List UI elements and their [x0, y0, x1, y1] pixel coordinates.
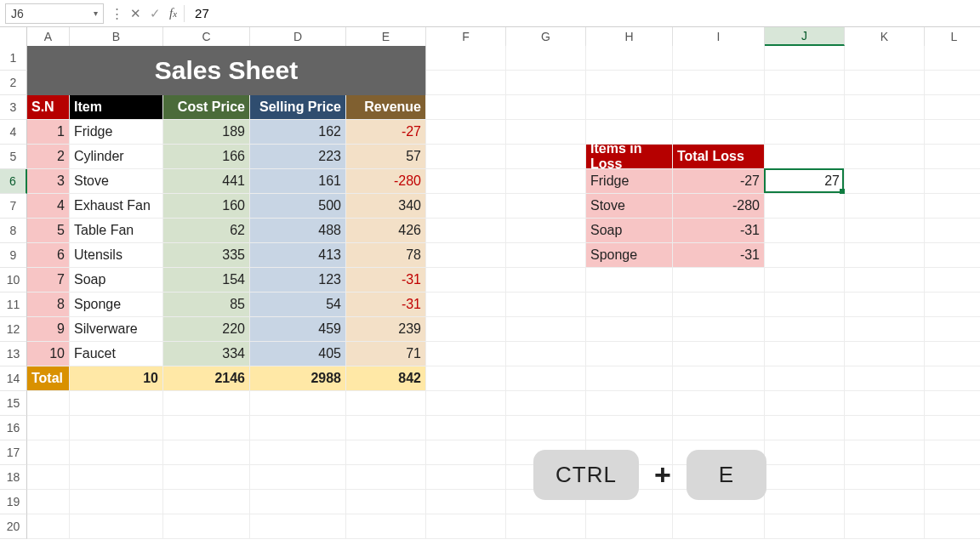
cell-K15[interactable]	[845, 391, 925, 416]
row-header-16[interactable]: 16	[0, 416, 27, 440]
cell-B15[interactable]	[70, 391, 163, 416]
cell-E16[interactable]	[346, 416, 426, 440]
cell-G6[interactable]	[506, 169, 586, 194]
cell-J4[interactable]	[765, 120, 845, 145]
cell-I2[interactable]	[673, 71, 765, 95]
cell-sn-7[interactable]: 4	[27, 194, 70, 219]
cell-rev-8[interactable]: 426	[346, 219, 426, 243]
cell-J18[interactable]	[765, 465, 845, 490]
cell-F19[interactable]	[426, 490, 506, 514]
cell-G16[interactable]	[506, 416, 586, 440]
cell-J6[interactable]: 27	[765, 169, 845, 194]
cell-D16[interactable]	[250, 416, 346, 440]
cell-E17[interactable]	[346, 440, 426, 465]
cell-K1[interactable]	[845, 46, 925, 71]
row-header-4[interactable]: 4	[0, 120, 27, 145]
cell-item-6[interactable]: Stove	[70, 169, 163, 194]
cell-D17[interactable]	[250, 440, 346, 465]
cell-H15[interactable]	[586, 391, 673, 416]
cell-J10[interactable]	[765, 268, 845, 293]
cell-K20[interactable]	[845, 514, 925, 539]
cell-sell-13[interactable]: 405	[250, 342, 346, 366]
column-header-I[interactable]: I	[673, 27, 765, 46]
row-header-5[interactable]: 5	[0, 145, 27, 169]
cell-K3[interactable]	[845, 95, 925, 120]
cell-L5[interactable]	[925, 145, 980, 169]
cell-K19[interactable]	[845, 490, 925, 514]
cell-rev-6[interactable]: -280	[346, 169, 426, 194]
cell-I14[interactable]	[673, 366, 765, 391]
cell-G15[interactable]	[506, 391, 586, 416]
cell-G9[interactable]	[506, 243, 586, 268]
cell-F8[interactable]	[426, 219, 506, 243]
cell-F1[interactable]	[426, 46, 506, 71]
enter-icon[interactable]: ✓	[150, 6, 161, 21]
cell-L3[interactable]	[925, 95, 980, 120]
cell-rev-4[interactable]: -27	[346, 120, 426, 145]
column-header-H[interactable]: H	[586, 27, 673, 46]
cell-K8[interactable]	[845, 219, 925, 243]
column-header-J[interactable]: J	[765, 27, 845, 46]
cell-sn-4[interactable]: 1	[27, 120, 70, 145]
header-rev[interactable]: Revenue	[346, 95, 426, 120]
cell-D15[interactable]	[250, 391, 346, 416]
cell-F2[interactable]	[426, 71, 506, 95]
cell-A16[interactable]	[27, 416, 70, 440]
cell-cost-6[interactable]: 441	[163, 169, 250, 194]
cell-J11[interactable]	[765, 293, 845, 317]
row-header-10[interactable]: 10	[0, 268, 27, 293]
cell-K9[interactable]	[845, 243, 925, 268]
loss-item-1[interactable]: Stove	[586, 194, 673, 219]
cell-sn-13[interactable]: 10	[27, 342, 70, 366]
cell-item-13[interactable]: Faucet	[70, 342, 163, 366]
cell-L10[interactable]	[925, 268, 980, 293]
select-all-corner[interactable]	[0, 27, 27, 46]
cell-I1[interactable]	[673, 46, 765, 71]
cell-K14[interactable]	[845, 366, 925, 391]
cancel-icon[interactable]: ✕	[130, 6, 141, 21]
cell-L12[interactable]	[925, 317, 980, 342]
cell-cost-7[interactable]: 160	[163, 194, 250, 219]
row-header-19[interactable]: 19	[0, 490, 27, 514]
cell-C16[interactable]	[163, 416, 250, 440]
cell-B19[interactable]	[70, 490, 163, 514]
row-header-17[interactable]: 17	[0, 440, 27, 465]
cell-F5[interactable]	[426, 145, 506, 169]
row-header-11[interactable]: 11	[0, 293, 27, 317]
cell-K7[interactable]	[845, 194, 925, 219]
cell-F14[interactable]	[426, 366, 506, 391]
row-header-6[interactable]: 6	[0, 169, 27, 194]
cell-rev-11[interactable]: -31	[346, 293, 426, 317]
column-header-G[interactable]: G	[506, 27, 586, 46]
column-header-E[interactable]: E	[346, 27, 426, 46]
cell-cost-4[interactable]: 189	[163, 120, 250, 145]
cell-F12[interactable]	[426, 317, 506, 342]
cell-K10[interactable]	[845, 268, 925, 293]
loss-item-0[interactable]: Fridge	[586, 169, 673, 194]
cell-H10[interactable]	[586, 268, 673, 293]
cell-F7[interactable]	[426, 194, 506, 219]
cell-J17[interactable]	[765, 440, 845, 465]
cell-F18[interactable]	[426, 465, 506, 490]
cell-L1[interactable]	[925, 46, 980, 71]
row-header-20[interactable]: 20	[0, 514, 27, 539]
cell-F3[interactable]	[426, 95, 506, 120]
cell-H14[interactable]	[586, 366, 673, 391]
cell-cost-10[interactable]: 154	[163, 268, 250, 293]
column-header-F[interactable]: F	[426, 27, 506, 46]
cell-sn-11[interactable]: 8	[27, 293, 70, 317]
header-cost[interactable]: Cost Price	[163, 95, 250, 120]
cell-L18[interactable]	[925, 465, 980, 490]
cell-G11[interactable]	[506, 293, 586, 317]
cell-L2[interactable]	[925, 71, 980, 95]
chevron-down-icon[interactable]: ▾	[94, 9, 98, 18]
cell-sn-5[interactable]: 2	[27, 145, 70, 169]
formula-input[interactable]	[191, 4, 975, 22]
cell-L19[interactable]	[925, 490, 980, 514]
cell-J12[interactable]	[765, 317, 845, 342]
cell-G2[interactable]	[506, 71, 586, 95]
row-header-12[interactable]: 12	[0, 317, 27, 342]
row-header-8[interactable]: 8	[0, 219, 27, 243]
cell-sn-6[interactable]: 3	[27, 169, 70, 194]
cell-C17[interactable]	[163, 440, 250, 465]
